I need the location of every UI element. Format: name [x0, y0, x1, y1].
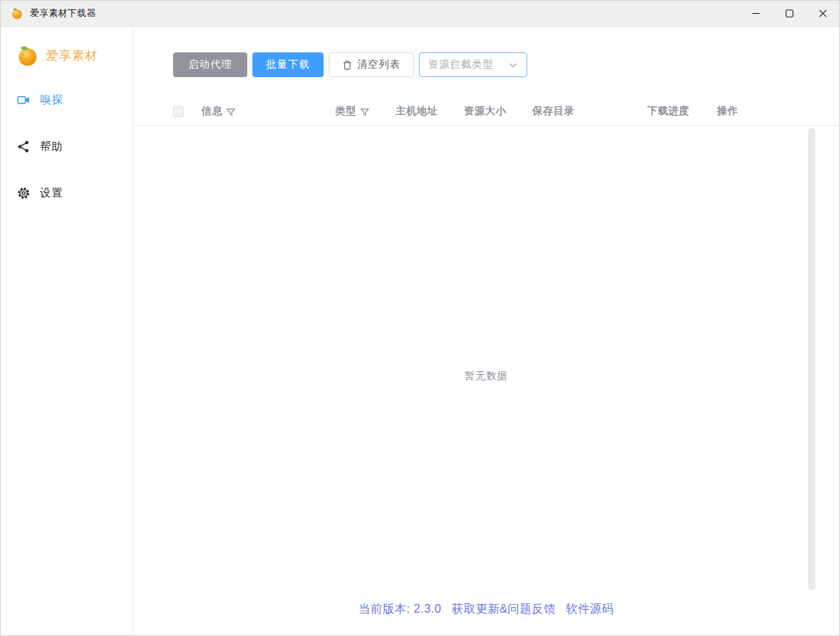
column-header-save-dir: 保存目录: [532, 105, 647, 118]
sidebar-item-label: 嗅探: [40, 93, 63, 107]
start-proxy-button[interactable]: 启动代理: [173, 52, 247, 77]
filter-icon[interactable]: [360, 108, 369, 117]
sidebar-nav: 嗅探 帮助 设置: [17, 91, 132, 202]
table-body: 暂无数据: [133, 126, 839, 597]
select-placeholder: 资源拦截类型: [428, 58, 494, 71]
sidebar-item-sniff[interactable]: 嗅探: [17, 91, 132, 108]
sidebar-item-label: 设置: [40, 186, 63, 200]
filter-icon[interactable]: [226, 108, 236, 117]
batch-download-button[interactable]: 批量下载: [252, 52, 324, 77]
column-header-size: 资源大小: [464, 105, 532, 118]
select-all-checkbox[interactable]: [173, 106, 184, 117]
version-label: 当前版本: 2.3.0: [359, 602, 441, 617]
sidebar-logo: 爱享素材: [17, 43, 132, 68]
column-header-actions: 操作: [717, 105, 839, 118]
column-header-progress: 下载进度: [647, 105, 717, 118]
resource-type-select[interactable]: 资源拦截类型: [419, 52, 527, 77]
app-window: 爱享素材下载器: [0, 0, 840, 636]
sidebar-item-help[interactable]: 帮助: [17, 138, 132, 155]
column-header-type: 类型: [335, 105, 396, 118]
gear-icon: [17, 186, 31, 200]
maximize-button[interactable]: [772, 1, 806, 26]
close-button[interactable]: [806, 1, 839, 26]
column-header-host: 主机地址: [396, 105, 464, 118]
update-feedback-link[interactable]: 获取更新&问题反馈: [452, 602, 556, 617]
chevron-down-icon: [508, 60, 518, 70]
trash-icon: [342, 60, 353, 71]
source-code-link[interactable]: 软件源码: [566, 602, 614, 617]
orange-fruit-icon: [17, 44, 39, 66]
footer: 当前版本: 2.3.0 获取更新&问题反馈 软件源码: [133, 597, 839, 635]
table-header: 信息 类型 主机地址 资源大小 保存: [133, 98, 839, 126]
clear-list-button[interactable]: 清空列表: [329, 52, 414, 77]
minimize-button[interactable]: [739, 1, 772, 26]
app-logo-icon: [11, 7, 23, 20]
main-panel: 启动代理 批量下载 清空列表 资源拦截类型: [133, 27, 839, 635]
app-body: 爱享素材 嗅探 帮助: [1, 27, 839, 635]
video-camera-icon: [17, 93, 31, 107]
window-controls: [739, 1, 839, 26]
sidebar-item-label: 帮助: [40, 140, 63, 154]
empty-state-text: 暂无数据: [465, 341, 508, 383]
titlebar: 爱享素材下载器: [1, 1, 839, 27]
sidebar-item-settings[interactable]: 设置: [17, 184, 132, 202]
column-header-info: 信息: [201, 105, 335, 118]
share-icon: [17, 140, 31, 154]
window-title: 爱享素材下载器: [30, 7, 96, 20]
vertical-scrollbar[interactable]: [808, 128, 815, 590]
sidebar: 爱享素材 嗅探 帮助: [1, 27, 133, 635]
logo-text: 爱享素材: [46, 47, 98, 64]
toolbar: 启动代理 批量下载 清空列表 资源拦截类型: [173, 52, 839, 77]
